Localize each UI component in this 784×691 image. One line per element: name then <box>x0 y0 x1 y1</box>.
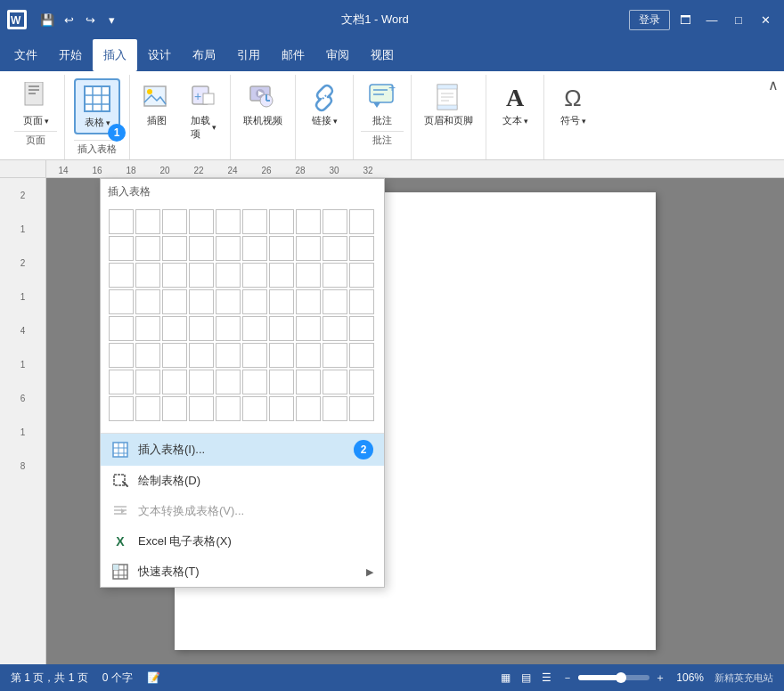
grid-cell[interactable] <box>216 263 241 288</box>
menu-insert[interactable]: 插入 <box>93 39 137 71</box>
menu-references[interactable]: 引用 <box>226 39 271 71</box>
grid-cell[interactable] <box>162 263 187 288</box>
grid-cell[interactable] <box>162 370 187 394</box>
add-ins-button[interactable]: + 加载项▾ <box>182 78 225 144</box>
grid-cell[interactable] <box>269 396 294 421</box>
grid-cell[interactable] <box>323 289 347 314</box>
grid-cell[interactable] <box>242 343 267 368</box>
undo-button[interactable]: ↩ <box>59 10 78 29</box>
grid-cell[interactable] <box>242 236 267 261</box>
grid-cell[interactable] <box>135 396 160 421</box>
menu-file[interactable]: 文件 <box>4 39 48 71</box>
grid-cell[interactable] <box>349 263 374 288</box>
grid-cell[interactable] <box>323 209 347 234</box>
grid-cell[interactable] <box>189 343 214 368</box>
zoom-in-button[interactable]: ＋ <box>655 671 666 686</box>
symbol-button[interactable]: Ω 符号 ▾ <box>551 78 594 131</box>
grid-cell[interactable] <box>189 396 214 421</box>
grid-cell[interactable] <box>349 236 374 261</box>
text-button[interactable]: A 文本 ▾ <box>494 78 536 131</box>
grid-cell[interactable] <box>162 209 187 234</box>
grid-cell[interactable] <box>296 289 321 314</box>
text-to-table-menu-item[interactable]: 文本转换成表格(V)... <box>101 496 384 526</box>
grid-cell[interactable] <box>162 343 187 368</box>
view-layout-icon[interactable]: ▤ <box>521 671 531 684</box>
grid-cell[interactable] <box>269 316 294 341</box>
zoom-thumb[interactable] <box>616 672 626 683</box>
insert-table-menu-item[interactable]: 插入表格(I)... 2 <box>101 434 384 466</box>
grid-cell[interactable] <box>216 396 241 421</box>
minimize-button[interactable]: — <box>700 8 723 31</box>
grid-cell[interactable] <box>216 370 241 394</box>
view-web-icon[interactable]: ☰ <box>542 671 551 684</box>
grid-cell[interactable] <box>323 396 347 421</box>
grid-cell[interactable] <box>323 263 347 288</box>
grid-cell[interactable] <box>135 236 160 261</box>
grid-cell[interactable] <box>189 209 214 234</box>
save-button[interactable]: 💾 <box>37 10 57 29</box>
grid-cell[interactable] <box>109 343 134 368</box>
grid-cell[interactable] <box>162 289 187 314</box>
excel-table-menu-item[interactable]: X Excel 电子表格(X) <box>101 526 384 557</box>
table-button[interactable]: 表格 ▾ 1 <box>74 78 120 134</box>
grid-cell[interactable] <box>216 209 241 234</box>
online-video-button[interactable]: 联机视频 <box>238 78 288 131</box>
grid-cell[interactable] <box>242 396 267 421</box>
grid-cell[interactable] <box>135 209 160 234</box>
grid-cell[interactable] <box>216 236 241 261</box>
grid-cell[interactable] <box>216 343 241 368</box>
link-button[interactable]: 链接 ▾ <box>303 78 346 131</box>
grid-cell[interactable] <box>269 263 294 288</box>
grid-cell[interactable] <box>189 236 214 261</box>
grid-cell[interactable] <box>216 316 241 341</box>
page-button[interactable]: 页面 ▾ <box>14 78 57 131</box>
restore-window-button[interactable]: 🗖 <box>674 8 697 31</box>
grid-cell[interactable] <box>349 316 374 341</box>
menu-layout[interactable]: 布局 <box>182 39 226 71</box>
grid-cell[interactable] <box>242 289 267 314</box>
grid-cell[interactable] <box>162 396 187 421</box>
zoom-bar[interactable] <box>578 675 649 680</box>
grid-cell[interactable] <box>109 236 134 261</box>
grid-cell[interactable] <box>323 316 347 341</box>
grid-cell[interactable] <box>135 370 160 394</box>
grid-cell[interactable] <box>109 289 134 314</box>
redo-button[interactable]: ↪ <box>80 10 100 29</box>
zoom-out-button[interactable]: － <box>562 671 573 686</box>
grid-cell[interactable] <box>296 263 321 288</box>
menu-mailings[interactable]: 邮件 <box>271 39 315 71</box>
table-grid[interactable] <box>101 201 384 429</box>
grid-cell[interactable] <box>296 236 321 261</box>
grid-cell[interactable] <box>269 236 294 261</box>
draw-table-menu-item[interactable]: 绘制表格(D) <box>101 466 384 496</box>
zoom-control[interactable]: － ＋ <box>562 671 666 686</box>
grid-cell[interactable] <box>296 396 321 421</box>
customize-button[interactable]: ▾ <box>102 10 121 29</box>
grid-cell[interactable] <box>296 343 321 368</box>
grid-cell[interactable] <box>135 263 160 288</box>
grid-cell[interactable] <box>109 370 134 394</box>
grid-cell[interactable] <box>269 209 294 234</box>
grid-cell[interactable] <box>323 236 347 261</box>
zoom-level[interactable]: 106% <box>676 671 704 684</box>
grid-cell[interactable] <box>242 209 267 234</box>
grid-cell[interactable] <box>135 343 160 368</box>
quick-table-menu-item[interactable]: 快速表格(T) ▶ <box>101 557 384 587</box>
grid-cell[interactable] <box>189 263 214 288</box>
grid-cell[interactable] <box>323 343 347 368</box>
menu-design[interactable]: 设计 <box>137 39 182 71</box>
maximize-button[interactable]: □ <box>727 8 750 31</box>
grid-cell[interactable] <box>349 370 374 394</box>
menu-home[interactable]: 开始 <box>48 39 93 71</box>
grid-cell[interactable] <box>162 236 187 261</box>
grid-cell[interactable] <box>242 316 267 341</box>
ribbon-collapse-button[interactable]: ∧ <box>768 77 779 93</box>
grid-cell[interactable] <box>296 370 321 394</box>
view-mode-icon[interactable]: ▦ <box>501 671 510 684</box>
menu-review[interactable]: 审阅 <box>315 39 360 71</box>
comment-button[interactable]: + 批注 <box>361 78 404 131</box>
grid-cell[interactable] <box>216 289 241 314</box>
grid-cell[interactable] <box>109 263 134 288</box>
grid-cell[interactable] <box>296 316 321 341</box>
header-footer-button[interactable]: 页眉和页脚 <box>419 78 478 131</box>
